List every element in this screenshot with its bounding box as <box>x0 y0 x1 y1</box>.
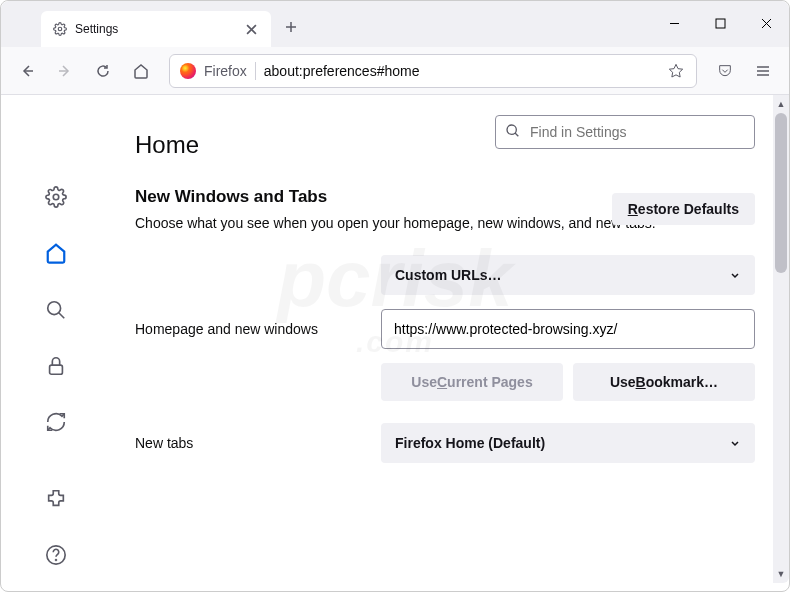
svg-rect-18 <box>50 365 63 374</box>
content-area: Home Restore Defaults New Windows and Ta… <box>1 95 789 591</box>
restore-defaults-button[interactable]: Restore Defaults <box>612 193 755 225</box>
url-prefix: Firefox <box>204 63 247 79</box>
window-controls <box>651 1 789 45</box>
homepage-url-row: Homepage and new windows <box>135 309 755 349</box>
new-tab-button[interactable] <box>277 13 305 41</box>
address-bar[interactable]: Firefox about:preferences#home <box>169 54 697 88</box>
gear-icon <box>53 22 67 36</box>
homepage-mode-select[interactable]: Custom URLs… <box>381 255 755 295</box>
svg-marker-11 <box>669 64 682 77</box>
firefox-icon <box>180 63 196 79</box>
svg-point-16 <box>48 301 61 314</box>
svg-rect-6 <box>716 19 725 28</box>
url-divider <box>255 62 256 80</box>
chevron-down-icon <box>729 269 741 281</box>
maximize-button[interactable] <box>697 1 743 45</box>
toolbar: Firefox about:preferences#home <box>1 47 789 95</box>
scroll-up-icon[interactable]: ▲ <box>773 96 789 112</box>
sidebar-help-icon[interactable] <box>36 537 76 573</box>
pocket-button[interactable] <box>709 55 741 87</box>
sidebar-sync-icon[interactable] <box>36 404 76 440</box>
vertical-scrollbar[interactable]: ▲ ▼ <box>773 95 789 583</box>
close-button[interactable] <box>743 1 789 45</box>
close-icon[interactable] <box>243 21 259 37</box>
homepage-label: Homepage and new windows <box>135 321 369 337</box>
select-value: Custom URLs… <box>395 267 502 283</box>
titlebar: Settings <box>1 1 789 47</box>
homepage-select-row: Custom URLs… <box>135 255 755 295</box>
settings-search <box>495 115 755 149</box>
use-current-pages-button[interactable]: Use Current Pages <box>381 363 563 401</box>
sidebar-home-icon[interactable] <box>36 235 76 271</box>
svg-point-15 <box>53 194 59 200</box>
search-icon <box>505 123 521 139</box>
svg-point-20 <box>56 559 57 560</box>
sidebar-privacy-icon[interactable] <box>36 348 76 384</box>
browser-tab[interactable]: Settings <box>41 11 271 47</box>
home-button[interactable] <box>125 55 157 87</box>
sidebar-search-icon[interactable] <box>36 292 76 328</box>
sidebar-general-icon[interactable] <box>36 179 76 215</box>
reload-button[interactable] <box>87 55 119 87</box>
back-button[interactable] <box>11 55 43 87</box>
svg-line-22 <box>515 133 518 136</box>
menu-button[interactable] <box>747 55 779 87</box>
minimize-button[interactable] <box>651 1 697 45</box>
sidebar <box>1 95 111 591</box>
url-text: about:preferences#home <box>264 63 420 79</box>
newtabs-select[interactable]: Firefox Home (Default) <box>381 423 755 463</box>
homepage-url-input[interactable] <box>381 309 755 349</box>
svg-line-17 <box>59 312 65 318</box>
svg-point-21 <box>507 125 516 134</box>
tab-title: Settings <box>75 22 235 36</box>
scroll-down-icon[interactable]: ▼ <box>773 566 789 582</box>
chevron-down-icon <box>729 437 741 449</box>
settings-search-input[interactable] <box>495 115 755 149</box>
bookmark-star-icon[interactable] <box>666 63 686 79</box>
sidebar-extensions-icon[interactable] <box>36 480 76 516</box>
use-bookmark-button[interactable]: Use Bookmark… <box>573 363 755 401</box>
homepage-buttons: Use Current Pages Use Bookmark… <box>381 363 755 401</box>
select-value: Firefox Home (Default) <box>395 435 545 451</box>
newtabs-label: New tabs <box>135 435 369 451</box>
newtabs-row: New tabs Firefox Home (Default) <box>135 423 755 463</box>
svg-point-0 <box>58 27 62 31</box>
main-panel: Home Restore Defaults New Windows and Ta… <box>111 95 789 591</box>
scrollbar-thumb[interactable] <box>775 113 787 273</box>
forward-button[interactable] <box>49 55 81 87</box>
